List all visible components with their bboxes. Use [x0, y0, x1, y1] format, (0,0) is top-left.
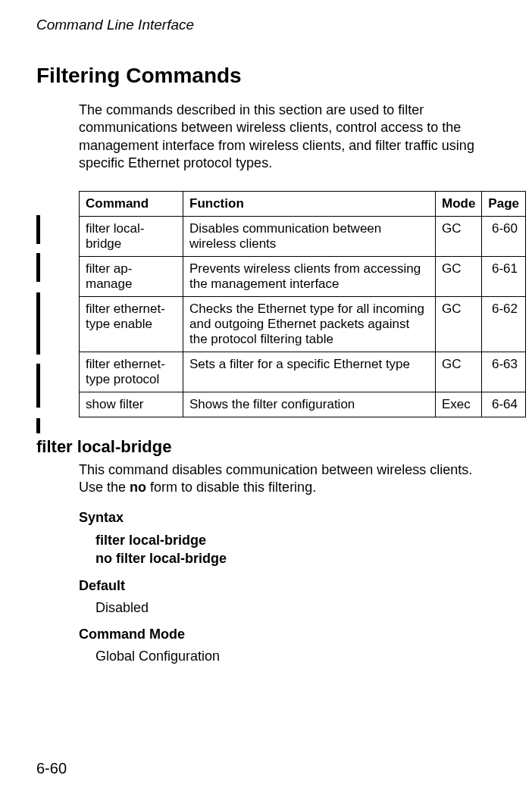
col-header-function: Function: [183, 191, 436, 216]
default-label: Default: [79, 578, 496, 594]
cell-command: filter local-bridge: [80, 216, 183, 256]
cell-function: Prevents wireless clients from accessing…: [183, 256, 436, 296]
command-mode-value: Global Configuration: [95, 649, 496, 664]
cmd-desc-bold: no: [130, 480, 146, 495]
cell-page: 6-61: [482, 256, 526, 296]
change-bar-icon: [36, 418, 40, 433]
cell-mode: GC: [435, 216, 481, 256]
table-header-row: Command Function Mode Page: [80, 191, 526, 216]
cell-function: Disables communication between wireless …: [183, 216, 436, 256]
table-row: filter ethernet-type enable Checks the E…: [80, 296, 526, 352]
table-row: filter ap-manage Prevents wireless clien…: [80, 256, 526, 296]
command-heading: filter local-bridge: [36, 437, 496, 457]
cell-function: Shows the filter configuration: [183, 392, 436, 417]
table-row: filter ethernet-type protocol Sets a fil…: [80, 352, 526, 392]
syntax-label: Syntax: [79, 510, 496, 526]
page: Command Line Interface Filtering Command…: [0, 0, 532, 797]
command-table-wrap: Command Function Mode Page filter local-…: [79, 191, 496, 417]
cmd-desc-post: form to disable this filtering.: [146, 480, 316, 495]
syntax-line: no filter local-bridge: [95, 550, 496, 567]
cell-page: 6-62: [482, 296, 526, 352]
table-row: show filter Shows the filter configurati…: [80, 392, 526, 417]
page-number: 6-60: [36, 760, 67, 777]
syntax-line: filter local-bridge: [95, 532, 496, 549]
cell-command: show filter: [80, 392, 183, 417]
cell-command: filter ap-manage: [80, 256, 183, 296]
cell-page: 6-63: [482, 352, 526, 392]
cell-mode: GC: [435, 296, 481, 352]
change-bar-icon: [36, 215, 40, 244]
col-header-command: Command: [80, 191, 183, 216]
table-row: filter local-bridge Disables communicati…: [80, 216, 526, 256]
section-title: Filtering Commands: [36, 64, 496, 88]
cell-command: filter ethernet-type protocol: [80, 352, 183, 392]
cell-mode: GC: [435, 352, 481, 392]
default-value: Disabled: [95, 600, 496, 616]
syntax-block: filter local-bridge no filter local-brid…: [95, 532, 496, 567]
col-header-page: Page: [482, 191, 526, 216]
change-bar-icon: [36, 364, 40, 408]
cell-page: 6-60: [482, 216, 526, 256]
cell-mode: Exec: [435, 392, 481, 417]
command-mode-label: Command Mode: [79, 627, 496, 642]
change-bar-icon: [36, 292, 40, 355]
cell-page: 6-64: [482, 392, 526, 417]
col-header-mode: Mode: [435, 191, 481, 216]
cell-command-text: filter ethernet-type enable: [86, 302, 177, 332]
cell-mode: GC: [435, 256, 481, 296]
cell-command-text: filter ethernet-type protocol: [86, 357, 177, 387]
command-description: This command disables communication betw…: [79, 461, 496, 497]
change-bar-icon: [36, 253, 40, 282]
cell-function: Sets a filter for a specific Ethernet ty…: [183, 352, 436, 392]
command-table: Command Function Mode Page filter local-…: [79, 191, 526, 417]
running-head: Command Line Interface: [36, 17, 496, 33]
intro-paragraph: The commands described in this section a…: [79, 102, 496, 173]
cell-function: Checks the Ethernet type for all incomin…: [183, 296, 436, 352]
cell-command: filter ethernet-type enable: [80, 296, 183, 352]
